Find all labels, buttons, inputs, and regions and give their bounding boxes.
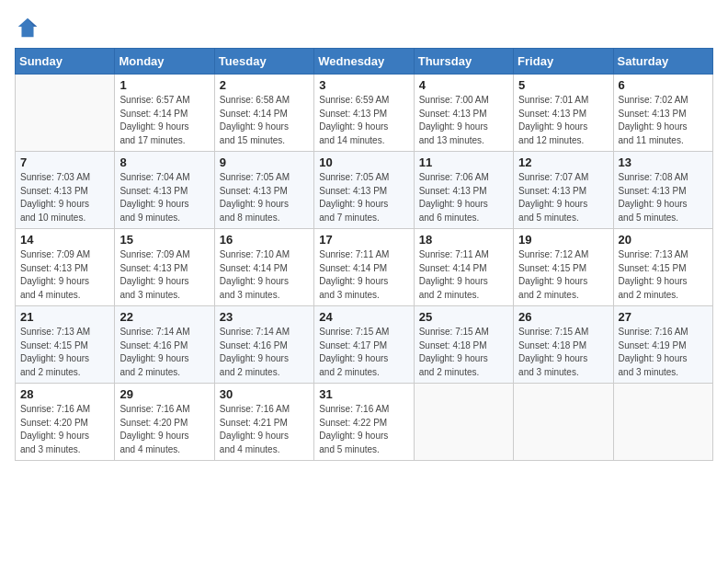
day-info: Sunrise: 7:16 AM Sunset: 4:22 PM Dayligh…: [319, 403, 408, 456]
day-info: Sunrise: 7:09 AM Sunset: 4:13 PM Dayligh…: [20, 248, 109, 302]
day-number: 31: [319, 387, 408, 401]
day-cell: 26Sunrise: 7:15 AM Sunset: 4:18 PM Dayli…: [514, 306, 613, 384]
day-number: 21: [20, 310, 109, 324]
day-cell: 31Sunrise: 7:16 AM Sunset: 4:22 PM Dayli…: [314, 384, 414, 461]
day-cell: 19Sunrise: 7:12 AM Sunset: 4:15 PM Dayli…: [514, 229, 613, 306]
day-cell: 6Sunrise: 7:02 AM Sunset: 4:13 PM Daylig…: [613, 75, 712, 152]
day-cell: 7Sunrise: 7:03 AM Sunset: 4:13 PM Daylig…: [16, 152, 115, 229]
day-info: Sunrise: 7:05 AM Sunset: 4:13 PM Dayligh…: [319, 171, 408, 224]
calendar-body: 1Sunrise: 6:57 AM Sunset: 4:14 PM Daylig…: [16, 75, 713, 461]
col-thursday: Thursday: [414, 49, 513, 75]
day-info: Sunrise: 7:13 AM Sunset: 4:15 PM Dayligh…: [619, 248, 708, 302]
day-cell: 27Sunrise: 7:16 AM Sunset: 4:19 PM Dayli…: [613, 306, 712, 384]
day-info: Sunrise: 7:10 AM Sunset: 4:14 PM Dayligh…: [220, 248, 309, 302]
week-row-1: 1Sunrise: 6:57 AM Sunset: 4:14 PM Daylig…: [16, 75, 713, 152]
day-info: Sunrise: 7:02 AM Sunset: 4:13 PM Dayligh…: [619, 94, 708, 147]
day-cell: 8Sunrise: 7:04 AM Sunset: 4:13 PM Daylig…: [115, 152, 214, 229]
day-number: 26: [518, 310, 608, 324]
day-info: Sunrise: 7:16 AM Sunset: 4:20 PM Dayligh…: [20, 403, 109, 456]
day-cell: 25Sunrise: 7:15 AM Sunset: 4:18 PM Dayli…: [414, 306, 513, 384]
day-number: 10: [319, 155, 408, 169]
day-number: 3: [319, 78, 408, 92]
day-cell: 3Sunrise: 6:59 AM Sunset: 4:13 PM Daylig…: [314, 75, 414, 152]
day-number: 14: [20, 233, 109, 247]
day-number: 29: [119, 387, 209, 401]
day-cell: [613, 384, 712, 461]
day-info: Sunrise: 7:15 AM Sunset: 4:18 PM Dayligh…: [419, 326, 508, 379]
day-info: Sunrise: 7:06 AM Sunset: 4:13 PM Dayligh…: [419, 171, 508, 224]
day-number: 1: [119, 78, 209, 92]
day-info: Sunrise: 7:00 AM Sunset: 4:13 PM Dayligh…: [419, 94, 508, 147]
col-saturday: Saturday: [613, 49, 712, 75]
col-wednesday: Wednesday: [314, 49, 414, 75]
day-cell: 30Sunrise: 7:16 AM Sunset: 4:21 PM Dayli…: [214, 384, 313, 461]
day-info: Sunrise: 7:07 AM Sunset: 4:13 PM Dayligh…: [518, 171, 608, 224]
day-info: Sunrise: 7:15 AM Sunset: 4:17 PM Dayligh…: [319, 326, 408, 379]
logo-icon: [15, 15, 40, 40]
day-info: Sunrise: 7:09 AM Sunset: 4:13 PM Dayligh…: [119, 248, 209, 302]
day-info: Sunrise: 7:08 AM Sunset: 4:13 PM Dayligh…: [619, 171, 708, 224]
week-row-4: 21Sunrise: 7:13 AM Sunset: 4:15 PM Dayli…: [16, 306, 713, 384]
day-info: Sunrise: 7:15 AM Sunset: 4:18 PM Dayligh…: [518, 326, 608, 379]
day-info: Sunrise: 7:04 AM Sunset: 4:13 PM Dayligh…: [119, 171, 209, 224]
calendar-table: Sunday Monday Tuesday Wednesday Thursday…: [15, 48, 713, 461]
col-monday: Monday: [115, 49, 214, 75]
day-cell: 12Sunrise: 7:07 AM Sunset: 4:13 PM Dayli…: [514, 152, 613, 229]
day-info: Sunrise: 7:16 AM Sunset: 4:19 PM Dayligh…: [619, 326, 708, 379]
day-number: 4: [419, 78, 508, 92]
day-cell: 17Sunrise: 7:11 AM Sunset: 4:14 PM Dayli…: [314, 229, 414, 306]
day-cell: 14Sunrise: 7:09 AM Sunset: 4:13 PM Dayli…: [16, 229, 115, 306]
header-row: Sunday Monday Tuesday Wednesday Thursday…: [16, 49, 713, 75]
day-number: 7: [20, 155, 109, 169]
logo: [15, 15, 44, 40]
day-cell: 18Sunrise: 7:11 AM Sunset: 4:14 PM Dayli…: [414, 229, 513, 306]
day-number: 12: [518, 155, 608, 169]
day-info: Sunrise: 7:12 AM Sunset: 4:15 PM Dayligh…: [518, 248, 608, 302]
day-number: 17: [319, 233, 408, 247]
day-info: Sunrise: 6:59 AM Sunset: 4:13 PM Dayligh…: [319, 94, 408, 147]
day-number: 6: [619, 78, 708, 92]
day-cell: [414, 384, 513, 461]
day-cell: 22Sunrise: 7:14 AM Sunset: 4:16 PM Dayli…: [115, 306, 214, 384]
day-cell: 11Sunrise: 7:06 AM Sunset: 4:13 PM Dayli…: [414, 152, 513, 229]
day-number: 27: [619, 310, 708, 324]
day-cell: [514, 384, 613, 461]
day-cell: 28Sunrise: 7:16 AM Sunset: 4:20 PM Dayli…: [16, 384, 115, 461]
day-number: 9: [220, 155, 309, 169]
day-cell: 5Sunrise: 7:01 AM Sunset: 4:13 PM Daylig…: [514, 75, 613, 152]
day-number: 8: [119, 155, 209, 169]
day-info: Sunrise: 6:58 AM Sunset: 4:14 PM Dayligh…: [220, 94, 309, 147]
col-friday: Friday: [514, 49, 613, 75]
svg-marker-0: [18, 18, 38, 38]
day-cell: 16Sunrise: 7:10 AM Sunset: 4:14 PM Dayli…: [214, 229, 313, 306]
day-info: Sunrise: 7:16 AM Sunset: 4:20 PM Dayligh…: [119, 403, 209, 456]
day-info: Sunrise: 7:11 AM Sunset: 4:14 PM Dayligh…: [419, 248, 508, 302]
day-info: Sunrise: 7:14 AM Sunset: 4:16 PM Dayligh…: [119, 326, 209, 379]
day-number: 19: [518, 233, 608, 247]
day-cell: 20Sunrise: 7:13 AM Sunset: 4:15 PM Dayli…: [613, 229, 712, 306]
day-info: Sunrise: 7:03 AM Sunset: 4:13 PM Dayligh…: [20, 171, 109, 224]
day-number: 15: [119, 233, 209, 247]
week-row-5: 28Sunrise: 7:16 AM Sunset: 4:20 PM Dayli…: [16, 384, 713, 461]
day-cell: 10Sunrise: 7:05 AM Sunset: 4:13 PM Dayli…: [314, 152, 414, 229]
page-header: [15, 15, 713, 40]
calendar-header: Sunday Monday Tuesday Wednesday Thursday…: [16, 49, 713, 75]
day-number: 24: [319, 310, 408, 324]
day-cell: 13Sunrise: 7:08 AM Sunset: 4:13 PM Dayli…: [613, 152, 712, 229]
day-cell: 2Sunrise: 6:58 AM Sunset: 4:14 PM Daylig…: [214, 75, 313, 152]
col-sunday: Sunday: [16, 49, 115, 75]
day-cell: 4Sunrise: 7:00 AM Sunset: 4:13 PM Daylig…: [414, 75, 513, 152]
day-cell: 1Sunrise: 6:57 AM Sunset: 4:14 PM Daylig…: [115, 75, 214, 152]
day-number: 22: [119, 310, 209, 324]
day-info: Sunrise: 7:13 AM Sunset: 4:15 PM Dayligh…: [20, 326, 109, 379]
day-number: 20: [619, 233, 708, 247]
day-cell: 23Sunrise: 7:14 AM Sunset: 4:16 PM Dayli…: [214, 306, 313, 384]
day-cell: 21Sunrise: 7:13 AM Sunset: 4:15 PM Dayli…: [16, 306, 115, 384]
day-number: 30: [220, 387, 309, 401]
week-row-2: 7Sunrise: 7:03 AM Sunset: 4:13 PM Daylig…: [16, 152, 713, 229]
day-number: 18: [419, 233, 508, 247]
week-row-3: 14Sunrise: 7:09 AM Sunset: 4:13 PM Dayli…: [16, 229, 713, 306]
day-number: 13: [619, 155, 708, 169]
day-cell: 9Sunrise: 7:05 AM Sunset: 4:13 PM Daylig…: [214, 152, 313, 229]
day-info: Sunrise: 6:57 AM Sunset: 4:14 PM Dayligh…: [119, 94, 209, 147]
